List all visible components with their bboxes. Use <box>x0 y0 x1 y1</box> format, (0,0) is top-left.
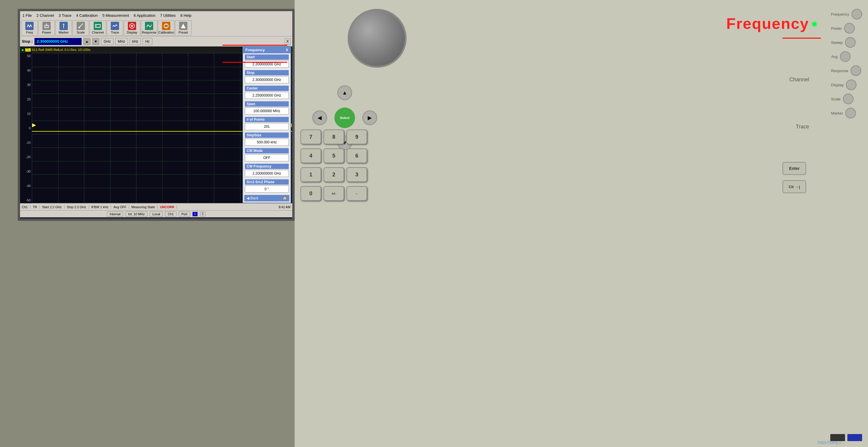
stop-value[interactable]: 2.300000000 GHz <box>34 38 82 45</box>
freq-cwmode-label: CW Mode <box>245 148 289 153</box>
freq-start-label: Start <box>245 55 289 60</box>
trace-channel: T1 <box>25 48 31 52</box>
status-ifbw: IFBW 1 kHz <box>91 205 112 209</box>
unit-ghz[interactable]: GHz <box>101 38 114 45</box>
freq-icon <box>25 22 34 30</box>
main-knob[interactable] <box>348 9 407 68</box>
port-1-btn[interactable]: 1 <box>192 212 198 217</box>
freq-points-input[interactable] <box>245 123 289 130</box>
svg-rect-7 <box>95 25 100 27</box>
menu-application[interactable]: 6 Application <box>134 13 156 18</box>
freq-panel: Frequency X Start Stop Center Span # of … <box>243 46 291 203</box>
freq-center-input[interactable] <box>245 92 289 99</box>
right-btn-sweep-label: Sweep <box>831 40 843 45</box>
menu-file[interactable]: 1 File <box>22 13 32 18</box>
key-9[interactable]: 9 <box>346 130 367 144</box>
menu-help[interactable]: 8 Help <box>180 13 191 18</box>
status-ch1: Ch1 <box>22 205 30 209</box>
status-measuring: Measuring State <box>131 205 158 209</box>
key-5[interactable]: 5 <box>323 149 344 163</box>
toolbar-power[interactable]: Power <box>38 20 55 36</box>
nav-right[interactable]: ▶ <box>363 110 377 125</box>
stop-bar-close[interactable]: X <box>285 39 290 44</box>
toolbar-marker[interactable]: Marker <box>55 20 72 36</box>
menu-utilities[interactable]: 7 Utilities <box>160 13 176 18</box>
usb-port-2 <box>847 434 862 441</box>
scale-icon <box>76 22 85 30</box>
bottom-internal: Internal <box>107 212 123 217</box>
key-backspace[interactable]: ← <box>346 186 367 201</box>
key-8[interactable]: 8 <box>323 130 344 144</box>
toolbar-trace[interactable]: Trace <box>107 20 123 36</box>
right-btn-avg[interactable] <box>840 51 850 62</box>
right-btn-display[interactable] <box>846 79 857 90</box>
enter-button[interactable]: Enter <box>782 162 806 175</box>
toolbar-response[interactable]: Response <box>141 20 157 36</box>
svg-marker-14 <box>181 24 186 28</box>
nav-up[interactable]: ▲ <box>337 86 352 100</box>
right-btn-scale[interactable] <box>843 94 854 104</box>
key-7[interactable]: 7 <box>301 130 321 144</box>
freq-start-section: Start <box>243 53 290 69</box>
clr-button[interactable]: Clr →| <box>782 180 806 193</box>
right-btn-marker-label: Marker <box>831 111 843 116</box>
status-stop: Stop 2.3 GHz <box>67 205 89 209</box>
watermark: https://blog.c... <box>817 440 844 445</box>
key-0[interactable]: 0 <box>301 186 321 201</box>
unit-hz[interactable]: Hz <box>143 38 152 45</box>
key-plusminus[interactable]: +/- <box>323 186 344 201</box>
menu-measurement[interactable]: 5 Measurement <box>102 13 129 18</box>
freq-span-section: Span <box>243 100 290 116</box>
unit-khz[interactable]: kHz <box>130 38 141 45</box>
right-btn-sweep[interactable] <box>845 37 856 48</box>
right-btn-power[interactable] <box>844 23 855 34</box>
marker-icon <box>60 22 68 30</box>
menu-channel[interactable]: 2 Channel <box>36 13 54 18</box>
freq-stepsize-section: StepSize <box>243 131 290 147</box>
right-btn-freq-label: Frequency <box>831 12 849 17</box>
freq-panel-close[interactable]: X <box>286 48 288 52</box>
stop-label: Stop : <box>22 39 33 43</box>
trace-icon <box>111 22 119 30</box>
nav-select[interactable]: Select <box>334 107 355 128</box>
key-6[interactable]: 6 <box>346 149 367 163</box>
port-2-btn[interactable]: 2 <box>200 212 205 217</box>
toolbar-scale[interactable]: Scale <box>72 20 89 36</box>
unit-mhz[interactable]: MHz <box>115 38 128 45</box>
toolbar-preset[interactable]: Preset <box>175 20 191 36</box>
status-tr: TR <box>33 205 40 209</box>
right-btn-freq[interactable] <box>851 9 862 20</box>
freq-phase-input[interactable] <box>245 186 289 193</box>
freq-span-input[interactable] <box>245 107 289 115</box>
channel-icon <box>94 22 102 30</box>
key-2[interactable]: 2 <box>323 167 344 182</box>
bottom-local: Local <box>150 212 163 217</box>
freq-stop-input[interactable] <box>245 76 289 83</box>
toolbar-display[interactable]: Display <box>124 20 140 36</box>
freq-cwmode-section: CW Mode <box>243 147 290 163</box>
stop-arrow-up[interactable]: ▲ <box>83 38 90 45</box>
freq-cwmode-input[interactable] <box>245 154 289 161</box>
freq-panel-title: Frequency X <box>243 46 290 53</box>
key-4[interactable]: 4 <box>301 149 321 163</box>
key-3[interactable]: 3 <box>346 167 367 182</box>
freq-stepsize-input[interactable] <box>245 139 289 146</box>
bottom-port: Port <box>179 212 190 217</box>
toolbar-calibration[interactable]: Calibration <box>158 20 175 36</box>
toolbar-freq[interactable]: Freq <box>21 20 38 36</box>
toolbar-channel[interactable]: Channel <box>90 20 106 36</box>
right-btn-marker[interactable] <box>845 108 856 118</box>
menu-calibration[interactable]: 4 Calibration <box>76 13 97 18</box>
calibration-icon <box>162 22 170 30</box>
status-start: Start 2.2 GHz <box>42 205 64 209</box>
right-btn-response[interactable] <box>850 65 861 76</box>
stop-arrow-down[interactable]: ▼ <box>92 38 99 45</box>
freq-back-button[interactable]: ◀ Back 🏠 <box>244 195 289 201</box>
trace-hw-label: Trace <box>796 124 809 130</box>
display-icon <box>128 22 136 30</box>
freq-cwfreq-input[interactable] <box>245 170 289 177</box>
right-btn-display-label: Display <box>831 83 844 87</box>
menu-trace[interactable]: 3 Trace <box>59 13 71 18</box>
nav-left[interactable]: ◀ <box>312 110 327 125</box>
key-1[interactable]: 1 <box>301 167 321 182</box>
